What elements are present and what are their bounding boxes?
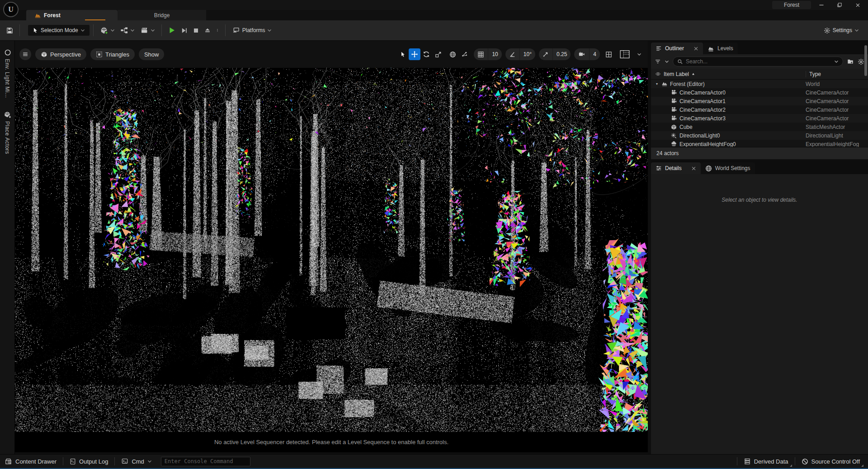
tab-outliner[interactable]: Outliner [651,43,703,54]
menu-item[interactable] [52,0,64,10]
outliner-scrollbar[interactable] [864,45,867,76]
tab-world-settings[interactable]: World Settings [701,162,755,174]
chevron-down-icon[interactable] [665,59,669,64]
eject-button[interactable] [202,25,213,36]
save-button[interactable] [4,25,16,36]
content-drawer-button[interactable]: Content Drawer [0,455,61,468]
cinematics-dropdown[interactable] [137,24,158,36]
blueprints-icon [120,27,128,34]
details-empty-message: Select an object to view details. [722,197,797,454]
dots-vertical-icon [216,27,219,34]
viewport-render[interactable] [15,68,648,432]
show-dropdown[interactable]: Show [139,48,165,60]
search-icon [677,59,683,65]
add-actor-dropdown[interactable] [97,24,118,37]
rotation-snap-toggle[interactable] [505,48,519,60]
column-item-label[interactable]: Item Label [664,71,689,77]
chevron-down-icon[interactable] [834,59,839,64]
world-icon [661,81,668,87]
chevron-down-icon [147,459,152,464]
filter-icon[interactable] [655,59,661,65]
table-row[interactable]: ▾ Forest (Editor) World [651,80,868,88]
stop-button[interactable] [190,25,202,36]
gear-icon[interactable] [858,58,864,65]
output-log-button[interactable]: Output Log [65,455,113,468]
table-row[interactable]: CineCameraActor0 CineCameraActor [651,88,868,97]
play-options-button[interactable] [213,24,222,36]
world-coordinate-button[interactable] [447,48,458,60]
bottom-status-bar: Content Drawer Output Log Cmd Derived Da… [0,454,868,468]
grid-snap-toggle[interactable] [474,48,488,60]
tab-levels[interactable]: Levels [703,43,738,54]
viewport-options-button[interactable] [19,48,31,60]
menu-item[interactable] [39,0,52,10]
selection-mode-dropdown[interactable]: Selection Mode [28,25,90,36]
column-type[interactable]: Type [806,71,821,77]
menu-item[interactable] [102,0,115,10]
quad-grid-icon [605,51,612,58]
table-row[interactable]: CineCameraActor3 CineCameraActor [651,114,868,123]
settings-dropdown[interactable]: Settings [821,25,862,36]
table-row[interactable]: ExponentialHeightFog0 ExponentialHeightF… [651,140,868,147]
rotate-tool-button[interactable] [420,48,432,60]
surface-snapping-button[interactable] [458,48,470,60]
scale-snap-group: 0.25 [539,48,571,60]
viewport-layout-button[interactable] [614,48,635,60]
menu-item[interactable] [26,0,39,10]
menu-item[interactable] [77,0,90,10]
view-mode-dropdown[interactable]: Triangles [90,48,135,60]
tab-bridge[interactable]: Bridge [118,10,206,20]
scale-tool-button[interactable] [432,48,444,60]
view-mode-icon [96,51,103,58]
frame-skip-button[interactable] [178,25,190,36]
menu-item[interactable] [115,0,127,10]
eye-icon[interactable] [655,71,661,76]
table-row[interactable]: CineCameraActor2 CineCameraActor [651,105,868,114]
rotation-snap-value[interactable]: 10° [519,48,535,60]
close-button[interactable] [850,0,865,9]
search-input[interactable] [686,58,831,65]
perspective-dropdown[interactable]: Perspective [35,48,86,60]
quad-view-button[interactable] [603,48,614,60]
table-row[interactable]: DirectionalLight0 DirectionalLight [651,131,868,140]
grid-snap-value[interactable]: 10 [488,48,501,60]
expander-arrow[interactable]: ▾ [655,82,659,86]
camera-speed-toggle[interactable] [574,48,589,60]
scale-snap-value[interactable]: 0.25 [552,48,571,60]
sidebar-vertical-tab[interactable]: Env. Light Mi... [3,44,11,107]
add-folder-icon[interactable] [847,58,854,65]
menu-bar [26,0,127,10]
chevron-down-icon [854,28,859,33]
env-light-icon [3,48,11,56]
directional-light-icon [670,133,677,139]
minimize-button[interactable] [814,0,829,9]
menu-item[interactable] [64,0,77,10]
left-sidebar: Env. Light Mi... Place Actors [0,41,15,454]
sidebar-vertical-tab[interactable]: Place Actors [3,107,11,163]
tab-details[interactable]: Details [651,162,701,174]
level-viewport[interactable]: Perspective Triangles Show 10 [15,41,648,452]
close-icon[interactable] [691,166,696,171]
actor-label: DirectionalLight0 [679,133,720,139]
move-tool-button[interactable] [409,48,420,60]
maximize-button[interactable] [832,0,847,9]
console-command-input[interactable] [161,457,250,466]
viewport-layout-chevron[interactable] [635,48,643,60]
menu-item[interactable] [90,0,102,10]
scale-snap-toggle[interactable] [539,48,552,60]
levels-icon [708,46,714,52]
close-icon[interactable] [693,46,698,51]
select-tool-button[interactable] [397,48,409,60]
cmd-dropdown[interactable]: Cmd [117,455,156,468]
derived-data-button[interactable]: Derived Data [739,455,793,468]
blueprints-dropdown[interactable] [118,24,137,36]
camera-speed-value[interactable]: 4 [589,48,600,60]
play-button[interactable] [165,24,178,36]
tab-forest[interactable]: Forest [26,10,118,20]
table-row[interactable]: Cube StaticMeshActor [651,123,868,131]
table-row[interactable]: CineCameraActor1 CineCameraActor [651,97,868,105]
resize-corner-icon [790,464,792,467]
platforms-dropdown[interactable]: Platforms [229,25,275,36]
source-control-button[interactable]: Source Control Off [797,455,864,468]
close-icon [855,3,860,8]
